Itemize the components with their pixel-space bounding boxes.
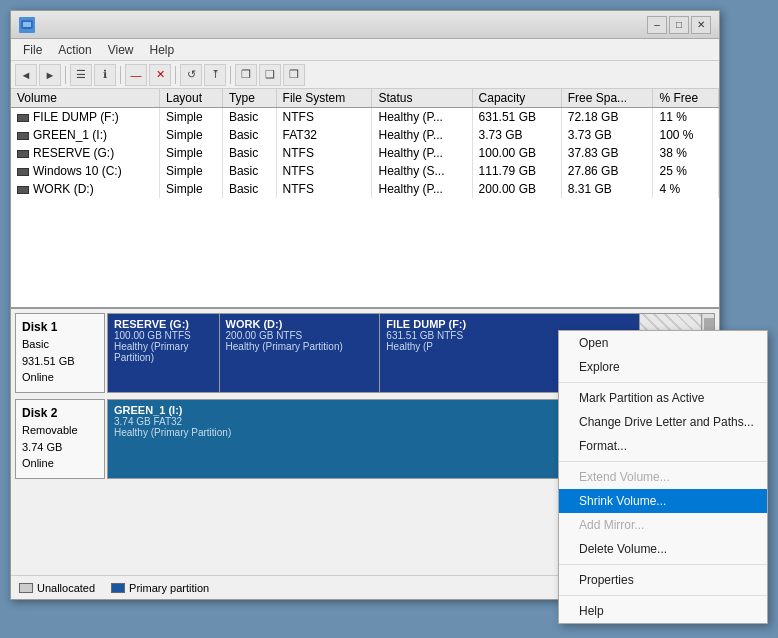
col-capacity[interactable]: Capacity (472, 89, 561, 108)
context-menu-item: Extend Volume... (559, 465, 767, 489)
table-cell: Basic (222, 108, 276, 127)
table-cell: Basic (222, 126, 276, 144)
partition[interactable]: RESERVE (G:)100.00 GB NTFSHealthy (Prima… (108, 314, 220, 392)
refresh-button[interactable]: ↺ (180, 64, 202, 86)
view3-button[interactable]: ❒ (283, 64, 305, 86)
table-cell: Healthy (P... (372, 180, 472, 198)
menu-help[interactable]: Help (142, 41, 183, 59)
context-menu-item[interactable]: Explore (559, 355, 767, 379)
legend-unallocated: Unallocated (19, 582, 95, 594)
table-cell: Healthy (P... (372, 108, 472, 127)
context-menu-item[interactable]: Open (559, 331, 767, 355)
table-cell: GREEN_1 (I:) (11, 126, 159, 144)
context-menu-item[interactable]: Properties (559, 568, 767, 592)
table-row[interactable]: Windows 10 (C:)SimpleBasicNTFSHealthy (S… (11, 162, 719, 180)
legend-primary: Primary partition (111, 582, 209, 594)
legend-primary-label: Primary partition (129, 582, 209, 594)
table-cell: 27.86 GB (561, 162, 653, 180)
partition-name: RESERVE (G:) (114, 318, 213, 330)
legend-primary-box (111, 583, 125, 593)
col-fs[interactable]: File System (276, 89, 372, 108)
menu-view[interactable]: View (100, 41, 142, 59)
table-cell: 111.79 GB (472, 162, 561, 180)
table-row[interactable]: RESERVE (G:)SimpleBasicNTFSHealthy (P...… (11, 144, 719, 162)
table-cell: Basic (222, 180, 276, 198)
table-cell: FAT32 (276, 126, 372, 144)
title-icon (19, 17, 35, 33)
table-cell: Basic (222, 144, 276, 162)
forward-button[interactable]: ► (39, 64, 61, 86)
table-cell: Basic (222, 162, 276, 180)
context-menu: OpenExploreMark Partition as ActiveChang… (558, 330, 768, 624)
disk-drive-icon (17, 114, 29, 122)
svg-rect-1 (23, 22, 31, 27)
partition-name: WORK (D:) (226, 318, 374, 330)
partition[interactable]: WORK (D:)200.00 GB NTFSHealthy (Primary … (220, 314, 381, 392)
col-type[interactable]: Type (222, 89, 276, 108)
context-menu-item[interactable]: Delete Volume... (559, 537, 767, 561)
disk-drive-icon (17, 168, 29, 176)
disk-label: Disk 2Removable3.74 GBOnline (15, 399, 105, 479)
partition-size: 200.00 GB NTFS (226, 330, 374, 341)
table-cell: 25 % (653, 162, 719, 180)
context-menu-separator (559, 564, 767, 565)
table-cell: Simple (159, 108, 222, 127)
table-cell: NTFS (276, 180, 372, 198)
table-row[interactable]: WORK (D:)SimpleBasicNTFSHealthy (P...200… (11, 180, 719, 198)
legend-unallocated-label: Unallocated (37, 582, 95, 594)
disk-drive-icon (17, 132, 29, 140)
table-cell: FILE DUMP (F:) (11, 108, 159, 127)
col-layout[interactable]: Layout (159, 89, 222, 108)
context-menu-item[interactable]: Help (559, 599, 767, 623)
table-cell: NTFS (276, 144, 372, 162)
table-cell: NTFS (276, 108, 372, 127)
view2-button[interactable]: ❑ (259, 64, 281, 86)
table-cell: 100 % (653, 126, 719, 144)
context-menu-item[interactable]: Format... (559, 434, 767, 458)
table-cell: Windows 10 (C:) (11, 162, 159, 180)
table-row[interactable]: GREEN_1 (I:)SimpleBasicFAT32Healthy (P..… (11, 126, 719, 144)
context-menu-item[interactable]: Mark Partition as Active (559, 386, 767, 410)
context-menu-separator (559, 461, 767, 462)
svg-rect-2 (24, 27, 30, 29)
col-pct[interactable]: % Free (653, 89, 719, 108)
col-free[interactable]: Free Spa... (561, 89, 653, 108)
minimize-button[interactable]: – (647, 16, 667, 34)
table-cell: 100.00 GB (472, 144, 561, 162)
col-status[interactable]: Status (372, 89, 472, 108)
properties-button[interactable]: ℹ (94, 64, 116, 86)
table-cell: Healthy (P... (372, 144, 472, 162)
view1-button[interactable]: ❐ (235, 64, 257, 86)
partition-health: Healthy (Primary Partition) (226, 341, 374, 352)
context-menu-item[interactable]: Shrink Volume... (559, 489, 767, 513)
toolbar: ◄ ► ☰ ℹ — ✕ ↺ ⤒ ❐ ❑ ❒ (11, 61, 719, 89)
toolbar-sep-1 (65, 66, 66, 84)
toolbar-sep-3 (175, 66, 176, 84)
disk-label: Disk 1Basic931.51 GBOnline (15, 313, 105, 393)
table-cell: Healthy (P... (372, 126, 472, 144)
table-cell: RESERVE (G:) (11, 144, 159, 162)
back-button[interactable]: ◄ (15, 64, 37, 86)
partition-name: FILE DUMP (F:) (386, 318, 632, 330)
table-row[interactable]: FILE DUMP (F:)SimpleBasicNTFSHealthy (P.… (11, 108, 719, 127)
menu-file[interactable]: File (15, 41, 50, 59)
table-cell: 8.31 GB (561, 180, 653, 198)
close-button[interactable]: ✕ (691, 16, 711, 34)
maximize-button[interactable]: □ (669, 16, 689, 34)
delete-button[interactable]: — (125, 64, 147, 86)
table-cell: Simple (159, 180, 222, 198)
volume-table-area: Volume Layout Type File System Status Ca… (11, 89, 719, 309)
delete-red-button[interactable]: ✕ (149, 64, 171, 86)
context-menu-separator (559, 382, 767, 383)
table-cell: 38 % (653, 144, 719, 162)
window-controls: – □ ✕ (647, 16, 711, 34)
menu-action[interactable]: Action (50, 41, 99, 59)
context-menu-separator (559, 595, 767, 596)
col-volume[interactable]: Volume (11, 89, 159, 108)
table-cell: NTFS (276, 162, 372, 180)
table-cell: 11 % (653, 108, 719, 127)
table-cell: 72.18 GB (561, 108, 653, 127)
context-menu-item[interactable]: Change Drive Letter and Paths... (559, 410, 767, 434)
export-button[interactable]: ⤒ (204, 64, 226, 86)
show-list-button[interactable]: ☰ (70, 64, 92, 86)
